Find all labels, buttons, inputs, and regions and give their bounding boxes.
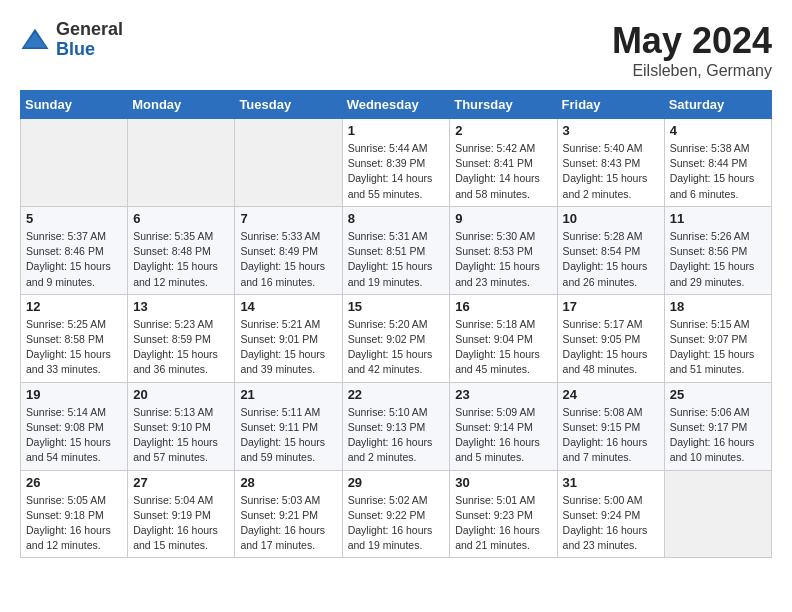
day-info: Sunrise: 5:23 AM Sunset: 8:59 PM Dayligh… [133,317,229,378]
day-info: Sunrise: 5:42 AM Sunset: 8:41 PM Dayligh… [455,141,551,202]
day-number: 13 [133,299,229,314]
day-number: 15 [348,299,445,314]
day-info: Sunrise: 5:06 AM Sunset: 9:17 PM Dayligh… [670,405,766,466]
calendar-cell: 21Sunrise: 5:11 AM Sunset: 9:11 PM Dayli… [235,382,342,470]
calendar-week-2: 5Sunrise: 5:37 AM Sunset: 8:46 PM Daylig… [21,206,772,294]
day-info: Sunrise: 5:37 AM Sunset: 8:46 PM Dayligh… [26,229,122,290]
logo-blue-label: Blue [56,40,123,60]
day-info: Sunrise: 5:26 AM Sunset: 8:56 PM Dayligh… [670,229,766,290]
day-info: Sunrise: 5:13 AM Sunset: 9:10 PM Dayligh… [133,405,229,466]
day-number: 20 [133,387,229,402]
day-info: Sunrise: 5:02 AM Sunset: 9:22 PM Dayligh… [348,493,445,554]
day-number: 19 [26,387,122,402]
calendar-week-3: 12Sunrise: 5:25 AM Sunset: 8:58 PM Dayli… [21,294,772,382]
weekday-header-tuesday: Tuesday [235,91,342,119]
calendar-cell: 26Sunrise: 5:05 AM Sunset: 9:18 PM Dayli… [21,470,128,558]
day-number: 28 [240,475,336,490]
day-number: 9 [455,211,551,226]
day-number: 24 [563,387,659,402]
day-number: 31 [563,475,659,490]
day-info: Sunrise: 5:44 AM Sunset: 8:39 PM Dayligh… [348,141,445,202]
calendar-cell [128,119,235,207]
calendar-cell: 17Sunrise: 5:17 AM Sunset: 9:05 PM Dayli… [557,294,664,382]
calendar-week-4: 19Sunrise: 5:14 AM Sunset: 9:08 PM Dayli… [21,382,772,470]
weekday-header-friday: Friday [557,91,664,119]
calendar-cell [21,119,128,207]
calendar-location: Eilsleben, Germany [612,62,772,80]
calendar-cell: 11Sunrise: 5:26 AM Sunset: 8:56 PM Dayli… [664,206,771,294]
calendar-cell: 2Sunrise: 5:42 AM Sunset: 8:41 PM Daylig… [450,119,557,207]
day-number: 21 [240,387,336,402]
calendar-cell: 25Sunrise: 5:06 AM Sunset: 9:17 PM Dayli… [664,382,771,470]
calendar-cell: 13Sunrise: 5:23 AM Sunset: 8:59 PM Dayli… [128,294,235,382]
day-number: 14 [240,299,336,314]
calendar-cell: 23Sunrise: 5:09 AM Sunset: 9:14 PM Dayli… [450,382,557,470]
day-info: Sunrise: 5:14 AM Sunset: 9:08 PM Dayligh… [26,405,122,466]
calendar-cell: 18Sunrise: 5:15 AM Sunset: 9:07 PM Dayli… [664,294,771,382]
day-info: Sunrise: 5:05 AM Sunset: 9:18 PM Dayligh… [26,493,122,554]
calendar-cell: 12Sunrise: 5:25 AM Sunset: 8:58 PM Dayli… [21,294,128,382]
calendar-cell: 31Sunrise: 5:00 AM Sunset: 9:24 PM Dayli… [557,470,664,558]
weekday-header-sunday: Sunday [21,91,128,119]
day-info: Sunrise: 5:15 AM Sunset: 9:07 PM Dayligh… [670,317,766,378]
day-info: Sunrise: 5:33 AM Sunset: 8:49 PM Dayligh… [240,229,336,290]
calendar-title: May 2024 [612,20,772,62]
calendar-table: SundayMondayTuesdayWednesdayThursdayFrid… [20,90,772,558]
day-info: Sunrise: 5:00 AM Sunset: 9:24 PM Dayligh… [563,493,659,554]
day-info: Sunrise: 5:10 AM Sunset: 9:13 PM Dayligh… [348,405,445,466]
calendar-cell: 19Sunrise: 5:14 AM Sunset: 9:08 PM Dayli… [21,382,128,470]
calendar-cell: 10Sunrise: 5:28 AM Sunset: 8:54 PM Dayli… [557,206,664,294]
day-info: Sunrise: 5:04 AM Sunset: 9:19 PM Dayligh… [133,493,229,554]
title-block: May 2024 Eilsleben, Germany [612,20,772,80]
weekday-header-saturday: Saturday [664,91,771,119]
calendar-cell: 27Sunrise: 5:04 AM Sunset: 9:19 PM Dayli… [128,470,235,558]
calendar-week-5: 26Sunrise: 5:05 AM Sunset: 9:18 PM Dayli… [21,470,772,558]
calendar-cell: 15Sunrise: 5:20 AM Sunset: 9:02 PM Dayli… [342,294,450,382]
calendar-cell: 20Sunrise: 5:13 AM Sunset: 9:10 PM Dayli… [128,382,235,470]
day-info: Sunrise: 5:30 AM Sunset: 8:53 PM Dayligh… [455,229,551,290]
calendar-cell: 5Sunrise: 5:37 AM Sunset: 8:46 PM Daylig… [21,206,128,294]
calendar-cell: 14Sunrise: 5:21 AM Sunset: 9:01 PM Dayli… [235,294,342,382]
day-number: 30 [455,475,551,490]
weekday-header-monday: Monday [128,91,235,119]
day-number: 23 [455,387,551,402]
calendar-cell: 24Sunrise: 5:08 AM Sunset: 9:15 PM Dayli… [557,382,664,470]
day-number: 22 [348,387,445,402]
day-info: Sunrise: 5:25 AM Sunset: 8:58 PM Dayligh… [26,317,122,378]
calendar-cell: 29Sunrise: 5:02 AM Sunset: 9:22 PM Dayli… [342,470,450,558]
calendar-cell: 8Sunrise: 5:31 AM Sunset: 8:51 PM Daylig… [342,206,450,294]
calendar-cell: 30Sunrise: 5:01 AM Sunset: 9:23 PM Dayli… [450,470,557,558]
day-number: 6 [133,211,229,226]
day-info: Sunrise: 5:38 AM Sunset: 8:44 PM Dayligh… [670,141,766,202]
page-header: General Blue May 2024 Eilsleben, Germany [20,20,772,80]
day-number: 7 [240,211,336,226]
day-info: Sunrise: 5:31 AM Sunset: 8:51 PM Dayligh… [348,229,445,290]
calendar-cell: 7Sunrise: 5:33 AM Sunset: 8:49 PM Daylig… [235,206,342,294]
calendar-cell [235,119,342,207]
day-number: 1 [348,123,445,138]
calendar-cell: 6Sunrise: 5:35 AM Sunset: 8:48 PM Daylig… [128,206,235,294]
day-number: 29 [348,475,445,490]
calendar-cell: 28Sunrise: 5:03 AM Sunset: 9:21 PM Dayli… [235,470,342,558]
weekday-header-row: SundayMondayTuesdayWednesdayThursdayFrid… [21,91,772,119]
day-number: 10 [563,211,659,226]
day-number: 27 [133,475,229,490]
day-number: 25 [670,387,766,402]
logo-icon [20,25,50,55]
day-info: Sunrise: 5:35 AM Sunset: 8:48 PM Dayligh… [133,229,229,290]
day-info: Sunrise: 5:40 AM Sunset: 8:43 PM Dayligh… [563,141,659,202]
calendar-week-1: 1Sunrise: 5:44 AM Sunset: 8:39 PM Daylig… [21,119,772,207]
day-info: Sunrise: 5:09 AM Sunset: 9:14 PM Dayligh… [455,405,551,466]
calendar-cell [664,470,771,558]
day-info: Sunrise: 5:08 AM Sunset: 9:15 PM Dayligh… [563,405,659,466]
day-number: 26 [26,475,122,490]
calendar-cell: 3Sunrise: 5:40 AM Sunset: 8:43 PM Daylig… [557,119,664,207]
day-number: 11 [670,211,766,226]
day-number: 8 [348,211,445,226]
logo: General Blue [20,20,123,60]
calendar-cell: 22Sunrise: 5:10 AM Sunset: 9:13 PM Dayli… [342,382,450,470]
day-number: 18 [670,299,766,314]
day-info: Sunrise: 5:17 AM Sunset: 9:05 PM Dayligh… [563,317,659,378]
svg-marker-1 [24,32,47,47]
day-number: 5 [26,211,122,226]
